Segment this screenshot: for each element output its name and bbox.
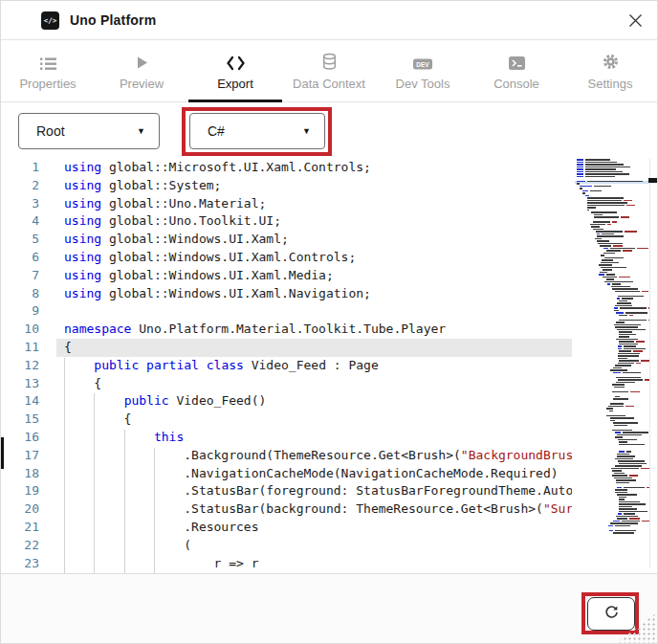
line-number: 18: [1, 465, 39, 483]
tab-label: Properties: [19, 77, 76, 91]
line-number: 12: [1, 357, 39, 375]
line-number: 23: [1, 555, 39, 573]
code-line-19: 19 .StatusBar(foreground: StatusBarForeg…: [1, 482, 572, 500]
footer-bar: [1, 573, 657, 644]
tab-preview[interactable]: Preview: [95, 40, 188, 101]
tab-label: Export: [217, 77, 253, 91]
code-line-4: 4using global::Uno.Toolkit.UI;: [1, 212, 572, 231]
code-line-22: 22 (: [1, 537, 572, 555]
code-line-16: 16 this: [1, 429, 572, 447]
code-line-23: 23 r => r: [1, 555, 572, 573]
window-title: Uno Platform: [70, 12, 156, 28]
line-number: 7: [1, 267, 39, 285]
language-dropdown-value: C#: [208, 123, 302, 139]
code-line-12: 12 public partial class Video_Feed : Pag…: [1, 357, 572, 375]
export-toolbar: Root ▼ C# ▼: [1, 102, 657, 159]
line-number: 10: [1, 321, 39, 339]
line-number: 17: [1, 447, 39, 465]
line-number: 13: [1, 375, 39, 393]
tab-label: Dev Tools: [396, 77, 450, 91]
line-number: 1: [1, 159, 39, 177]
indent-guide: [94, 393, 95, 573]
code-line-13: 13 {: [1, 375, 572, 393]
line-number: 16: [1, 429, 39, 447]
indent-guide: [154, 448, 155, 573]
line-number: 9: [1, 302, 39, 321]
code-icon: [226, 52, 246, 71]
terminal-icon: [508, 52, 526, 71]
line-number: 3: [1, 195, 39, 213]
tab-properties[interactable]: Properties: [1, 40, 95, 101]
line-number: 4: [1, 212, 39, 231]
line-number: 21: [1, 519, 39, 537]
minimap[interactable]: [575, 159, 649, 568]
code-line-14: 14 public Video_Feed(): [1, 392, 572, 411]
database-icon: [321, 52, 338, 71]
uno-platform-window: </> Uno Platform Properties Preview Expo…: [0, 0, 658, 644]
code-line-6: 6using global::Windows.UI.Xaml.Controls;: [1, 249, 572, 267]
line-number: 2: [1, 177, 39, 195]
line-number: 8: [1, 285, 39, 303]
chevron-down-icon: ▼: [302, 126, 311, 136]
code-line-18: 18 .NavigationCacheMode(NavigationCacheM…: [1, 465, 572, 483]
code-line-1: 1using global::Microsoft.UI.Xaml.Control…: [1, 159, 572, 177]
code-line-15: 15 {: [1, 411, 572, 429]
line-number: 6: [1, 249, 39, 267]
current-line-highlight: [56, 339, 572, 357]
tab-bar: Properties Preview Export Data Context D…: [1, 40, 657, 102]
dev-badge-icon: DEV: [412, 52, 433, 71]
code-line-3: 3using global::Uno.Material;: [1, 195, 572, 213]
code-editor[interactable]: 1using global::Microsoft.UI.Xaml.Control…: [1, 159, 572, 573]
uno-logo-icon: </>: [41, 11, 59, 30]
code-line-8: 8using global::Windows.UI.Xaml.Navigatio…: [1, 285, 572, 303]
tab-label: Data Context: [293, 77, 365, 91]
line-number: 19: [1, 482, 39, 500]
refresh-button[interactable]: [587, 597, 635, 631]
code-line-10: 10namespace Uno.Platform.Material.Toolki…: [1, 321, 572, 339]
line-number: 11: [1, 339, 39, 357]
indent-guide: [64, 358, 65, 573]
close-icon[interactable]: [621, 6, 649, 34]
line-number: 22: [1, 537, 39, 555]
code-line-20: 20 .StatusBar(background: ThemeResource.…: [1, 500, 572, 519]
code-line-17: 17 .Background(ThemeResource.Get<Brush>(…: [1, 447, 572, 465]
language-dropdown[interactable]: C# ▼: [189, 113, 325, 149]
tab-console[interactable]: Console: [470, 40, 563, 101]
tab-export[interactable]: Export: [188, 40, 282, 101]
chevron-down-icon: ▼: [137, 126, 145, 136]
line-number: 14: [1, 392, 39, 411]
play-icon: [134, 52, 150, 71]
tab-dev-tools[interactable]: DEV Dev Tools: [376, 40, 470, 101]
gear-icon: [602, 52, 620, 71]
tab-label: Preview: [120, 77, 164, 91]
code-line-21: 21 .Resources: [1, 519, 572, 537]
title-bar: </> Uno Platform: [1, 1, 657, 40]
vertical-scrollbar-thumb[interactable]: [648, 178, 658, 183]
code-line-11: 11{: [1, 339, 572, 357]
tab-label: Settings: [588, 77, 633, 91]
line-number: 15: [1, 411, 39, 429]
left-scrollbar-thumb[interactable]: [1, 437, 4, 469]
minimap-border: [649, 159, 650, 568]
indent-guide: [124, 430, 125, 573]
line-number: 20: [1, 500, 39, 519]
tab-data-context[interactable]: Data Context: [282, 40, 376, 101]
code-line-9: 9: [1, 302, 572, 321]
svg-text:DEV: DEV: [416, 61, 429, 68]
tab-label: Console: [494, 77, 539, 91]
tab-settings[interactable]: Settings: [563, 40, 657, 101]
refresh-icon: [603, 604, 620, 624]
line-number: 5: [1, 231, 39, 249]
code-line-2: 2using global::System;: [1, 177, 572, 195]
code-line-7: 7using global::Windows.UI.Xaml.Media;: [1, 267, 572, 285]
list-icon: [39, 52, 57, 71]
root-element-dropdown[interactable]: Root ▼: [18, 113, 160, 149]
root-dropdown-value: Root: [36, 123, 137, 139]
code-line-5: 5using global::Windows.UI.Xaml;: [1, 231, 572, 249]
